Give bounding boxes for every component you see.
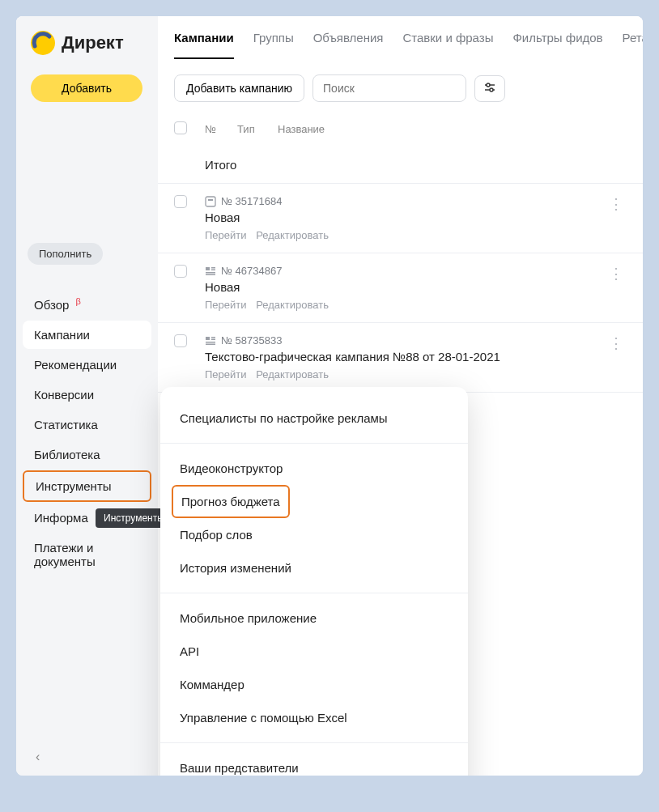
table-header: № Тип Название xyxy=(158,112,643,147)
table-row: № 35171684 Новая Перейти Редактировать ⋮ xyxy=(158,184,643,253)
more-icon[interactable]: ⋮ xyxy=(606,334,627,380)
svg-rect-7 xyxy=(206,267,210,270)
row-checkbox[interactable] xyxy=(174,334,187,347)
row-id: № 58735833 xyxy=(221,334,282,346)
row-title[interactable]: Текстово-графическая кампания №88 от 28-… xyxy=(205,350,606,363)
beta-badge: β xyxy=(76,296,81,306)
search-input[interactable] xyxy=(312,74,466,102)
row-edit-link[interactable]: Редактировать xyxy=(256,299,329,311)
campaign-type-icon xyxy=(205,196,216,207)
filter-button[interactable] xyxy=(474,75,505,102)
popup-item-budget-forecast[interactable]: Прогноз бюджета xyxy=(172,485,290,518)
row-id-line: № 35171684 xyxy=(205,195,606,207)
row-edit-link[interactable]: Редактировать xyxy=(256,229,329,241)
brand-logo-icon xyxy=(31,31,55,55)
popup-item-wordstat[interactable]: Подбор слов xyxy=(160,518,468,551)
sidebar-item-recommendations[interactable]: Рекомендации xyxy=(23,351,151,379)
second-row: Добавить Добавить кампанию xyxy=(16,70,643,112)
popup-item-video[interactable]: Видеоконструктор xyxy=(160,452,468,485)
row-goto-link[interactable]: Перейти xyxy=(205,299,247,311)
sidebar-item-label: Статистика xyxy=(34,418,98,432)
divider xyxy=(160,593,468,593)
row-edit-link[interactable]: Редактировать xyxy=(256,368,329,380)
sidebar-item-info[interactable]: Информа Инструменты xyxy=(23,504,151,532)
svg-rect-14 xyxy=(211,338,215,340)
sidebar-item-statistics[interactable]: Статистика xyxy=(23,410,151,439)
add-button[interactable]: Добавить xyxy=(31,74,142,102)
row-title[interactable]: Новая xyxy=(205,280,606,294)
tab-campaigns[interactable]: Кампании xyxy=(174,31,234,59)
sidebar-item-label: Платежи и документы xyxy=(34,541,96,568)
row-goto-link[interactable]: Перейти xyxy=(205,368,247,380)
sidebar-item-label: Конверсии xyxy=(34,388,94,402)
popup-item-commander[interactable]: Коммандер xyxy=(160,668,468,701)
sidebar-item-label: Рекомендации xyxy=(34,358,117,372)
sidebar-item-campaigns[interactable]: Кампании xyxy=(23,321,151,349)
more-icon[interactable]: ⋮ xyxy=(606,265,627,311)
svg-rect-9 xyxy=(211,269,215,270)
popup-item-specialists[interactable]: Специалисты по настройке рекламы xyxy=(160,402,468,435)
popup-item-excel[interactable]: Управление с помощью Excel xyxy=(160,701,468,734)
popup-item-api[interactable]: API xyxy=(160,635,468,668)
tab-ads[interactable]: Объявления xyxy=(313,31,384,59)
row-checkbox[interactable] xyxy=(174,265,187,278)
top-tabs: Кампании Группы Объявления Ставки и фраз… xyxy=(158,16,643,59)
row-actions: Перейти Редактировать xyxy=(205,368,606,380)
nav-list: Обзор β Кампании Рекомендации Конверсии … xyxy=(23,289,151,576)
svg-rect-13 xyxy=(211,337,215,338)
svg-rect-12 xyxy=(206,337,210,340)
svg-point-4 xyxy=(490,88,493,91)
popup-item-history[interactable]: История изменений xyxy=(160,551,468,585)
popup-item-mobile[interactable]: Мобильное приложение xyxy=(160,602,468,635)
sidebar-item-label: Обзор xyxy=(34,298,69,312)
row-id-line: № 58735833 xyxy=(205,334,606,346)
sidebar-item-label: Инструменты xyxy=(36,479,112,493)
row-body: № 46734867 Новая Перейти Редактировать xyxy=(205,265,606,311)
row-body: № 58735833 Текстово-графическая кампания… xyxy=(205,334,606,380)
svg-rect-15 xyxy=(206,342,215,343)
tab-feed-filters[interactable]: Фильтры фидов xyxy=(512,31,602,59)
row-actions: Перейти Редактировать xyxy=(205,229,606,241)
tab-groups[interactable]: Группы xyxy=(253,31,294,59)
svg-rect-10 xyxy=(206,272,215,274)
topup-button[interactable]: Пополнить xyxy=(28,243,103,265)
sidebar-item-conversions[interactable]: Конверсии xyxy=(23,380,151,409)
app-window: Директ Кампании Группы Объявления Ставки… xyxy=(16,16,643,776)
brand-name: Директ xyxy=(62,32,124,53)
sidebar-item-library[interactable]: Библиотека xyxy=(23,440,151,469)
logo-area: Директ xyxy=(16,16,158,70)
sidebar-item-label: Кампании xyxy=(34,328,90,342)
row-id: № 35171684 xyxy=(221,195,282,207)
campaign-type-icon xyxy=(205,335,216,346)
table-row: № 58735833 Текстово-графическая кампания… xyxy=(158,323,643,393)
sidebar-item-overview[interactable]: Обзор β xyxy=(23,289,151,319)
campaign-type-icon xyxy=(205,266,216,277)
content: Пополнить Обзор β Кампании Рекомендации … xyxy=(16,112,643,776)
more-icon[interactable]: ⋮ xyxy=(606,195,627,241)
row-goto-link[interactable]: Перейти xyxy=(205,229,247,241)
row-body: № 35171684 Новая Перейти Редактировать xyxy=(205,195,606,241)
tab-retarget[interactable]: Ретарге xyxy=(623,31,643,59)
header: Директ Кампании Группы Объявления Ставки… xyxy=(16,16,643,70)
col-type: Тип xyxy=(237,123,278,135)
svg-rect-5 xyxy=(206,197,215,206)
select-all-checkbox[interactable] xyxy=(174,121,187,134)
action-bar: Добавить кампанию xyxy=(158,70,643,112)
sidebar-item-label: Библиотека xyxy=(34,448,100,461)
sidebar: Пополнить Обзор β Кампании Рекомендации … xyxy=(16,112,158,776)
sidebar-item-payments[interactable]: Платежи и документы xyxy=(23,534,151,576)
svg-rect-8 xyxy=(211,267,215,269)
col-name: Название xyxy=(278,123,627,135)
divider xyxy=(160,742,468,743)
popup-item-reps[interactable]: Ваши представители xyxy=(160,751,468,776)
row-title[interactable]: Новая xyxy=(205,210,606,224)
collapse-sidebar-icon[interactable]: ‹ xyxy=(36,750,40,764)
add-campaign-button[interactable]: Добавить кампанию xyxy=(174,74,304,102)
sidebar-item-label: Информа xyxy=(34,511,88,525)
tab-bids[interactable]: Ставки и фразы xyxy=(402,31,493,59)
svg-rect-16 xyxy=(206,343,215,345)
svg-rect-11 xyxy=(206,274,215,275)
row-checkbox[interactable] xyxy=(174,195,187,208)
sidebar-item-tools[interactable]: Инструменты xyxy=(23,470,151,502)
divider xyxy=(160,443,468,444)
